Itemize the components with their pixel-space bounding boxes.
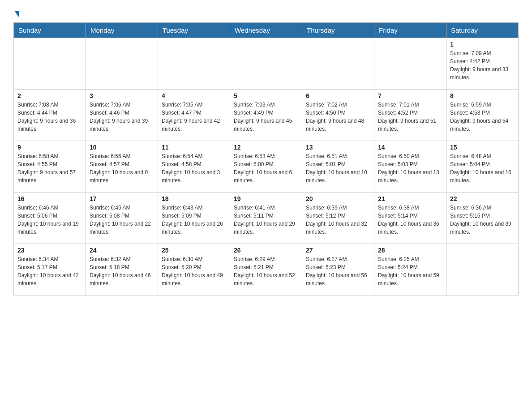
calendar-cell: 17Sunrise: 6:45 AM Sunset: 5:08 PM Dayli… — [86, 193, 158, 244]
calendar-cell: 11Sunrise: 6:54 AM Sunset: 4:58 PM Dayli… — [158, 141, 230, 193]
day-number: 21 — [378, 195, 442, 202]
day-info: Sunrise: 6:32 AM Sunset: 5:18 PM Dayligh… — [90, 255, 154, 287]
calendar-cell: 26Sunrise: 6:29 AM Sunset: 5:21 PM Dayli… — [230, 244, 302, 295]
day-number: 11 — [162, 144, 226, 151]
logo — [13, 9, 19, 15]
day-number: 27 — [306, 247, 370, 254]
calendar-cell: 14Sunrise: 6:50 AM Sunset: 5:03 PM Dayli… — [374, 141, 446, 193]
calendar-cell: 3Sunrise: 7:06 AM Sunset: 4:46 PM Daylig… — [86, 90, 158, 141]
day-info: Sunrise: 7:01 AM Sunset: 4:52 PM Dayligh… — [378, 101, 442, 133]
calendar-cell: 15Sunrise: 6:48 AM Sunset: 5:04 PM Dayli… — [446, 141, 519, 193]
day-of-week-header: Tuesday — [158, 23, 230, 38]
calendar-cell: 21Sunrise: 6:38 AM Sunset: 5:14 PM Dayli… — [374, 193, 446, 244]
calendar-cell: 10Sunrise: 6:56 AM Sunset: 4:57 PM Dayli… — [86, 141, 158, 193]
calendar-cell — [158, 38, 230, 90]
day-number: 12 — [234, 144, 298, 151]
page-header — [13, 9, 519, 15]
day-info: Sunrise: 6:58 AM Sunset: 4:55 PM Dayligh… — [17, 152, 82, 184]
logo-arrow-icon — [14, 11, 19, 17]
day-info: Sunrise: 7:08 AM Sunset: 4:44 PM Dayligh… — [17, 101, 82, 133]
calendar-cell: 23Sunrise: 6:34 AM Sunset: 5:17 PM Dayli… — [14, 244, 86, 295]
day-info: Sunrise: 6:34 AM Sunset: 5:17 PM Dayligh… — [17, 255, 82, 287]
calendar-cell: 19Sunrise: 6:41 AM Sunset: 5:11 PM Dayli… — [230, 193, 302, 244]
day-info: Sunrise: 7:09 AM Sunset: 4:42 PM Dayligh… — [450, 49, 515, 81]
day-number: 14 — [378, 144, 442, 151]
day-info: Sunrise: 7:06 AM Sunset: 4:46 PM Dayligh… — [90, 101, 154, 133]
calendar-cell — [86, 38, 158, 90]
calendar-cell: 13Sunrise: 6:51 AM Sunset: 5:01 PM Dayli… — [302, 141, 374, 193]
calendar-table: SundayMondayTuesdayWednesdayThursdayFrid… — [13, 22, 519, 295]
calendar-week-row: 9Sunrise: 6:58 AM Sunset: 4:55 PM Daylig… — [14, 141, 519, 193]
day-of-week-header: Sunday — [14, 23, 86, 38]
day-number: 17 — [90, 195, 154, 202]
day-number: 20 — [306, 195, 370, 202]
day-number: 2 — [17, 92, 82, 99]
calendar-cell — [302, 38, 374, 90]
day-number: 15 — [450, 144, 515, 151]
calendar-week-row: 23Sunrise: 6:34 AM Sunset: 5:17 PM Dayli… — [14, 244, 519, 295]
day-number: 6 — [306, 92, 370, 99]
day-info: Sunrise: 6:39 AM Sunset: 5:12 PM Dayligh… — [306, 204, 370, 236]
calendar-cell: 27Sunrise: 6:27 AM Sunset: 5:23 PM Dayli… — [302, 244, 374, 295]
day-number: 25 — [162, 247, 226, 254]
calendar-cell: 12Sunrise: 6:53 AM Sunset: 5:00 PM Dayli… — [230, 141, 302, 193]
day-of-week-header: Monday — [86, 23, 158, 38]
day-number: 18 — [162, 195, 226, 202]
day-info: Sunrise: 7:03 AM Sunset: 4:49 PM Dayligh… — [234, 101, 298, 133]
day-info: Sunrise: 6:43 AM Sunset: 5:09 PM Dayligh… — [162, 204, 226, 236]
calendar-cell — [446, 244, 519, 295]
day-info: Sunrise: 6:25 AM Sunset: 5:24 PM Dayligh… — [378, 255, 442, 287]
day-info: Sunrise: 6:36 AM Sunset: 5:15 PM Dayligh… — [450, 204, 515, 236]
calendar-cell: 18Sunrise: 6:43 AM Sunset: 5:09 PM Dayli… — [158, 193, 230, 244]
day-info: Sunrise: 7:05 AM Sunset: 4:47 PM Dayligh… — [162, 101, 226, 133]
day-info: Sunrise: 6:45 AM Sunset: 5:08 PM Dayligh… — [90, 204, 154, 236]
day-number: 24 — [90, 247, 154, 254]
day-number: 5 — [234, 92, 298, 99]
day-info: Sunrise: 6:30 AM Sunset: 5:20 PM Dayligh… — [162, 255, 226, 287]
day-info: Sunrise: 6:46 AM Sunset: 5:06 PM Dayligh… — [17, 204, 82, 236]
calendar-cell: 20Sunrise: 6:39 AM Sunset: 5:12 PM Dayli… — [302, 193, 374, 244]
day-info: Sunrise: 6:56 AM Sunset: 4:57 PM Dayligh… — [90, 152, 154, 184]
calendar-cell: 25Sunrise: 6:30 AM Sunset: 5:20 PM Dayli… — [158, 244, 230, 295]
calendar-cell: 5Sunrise: 7:03 AM Sunset: 4:49 PM Daylig… — [230, 90, 302, 141]
calendar-week-row: 1Sunrise: 7:09 AM Sunset: 4:42 PM Daylig… — [14, 38, 519, 90]
day-info: Sunrise: 6:54 AM Sunset: 4:58 PM Dayligh… — [162, 152, 226, 184]
calendar-cell: 7Sunrise: 7:01 AM Sunset: 4:52 PM Daylig… — [374, 90, 446, 141]
day-info: Sunrise: 6:51 AM Sunset: 5:01 PM Dayligh… — [306, 152, 370, 184]
calendar-cell: 16Sunrise: 6:46 AM Sunset: 5:06 PM Dayli… — [14, 193, 86, 244]
day-number: 7 — [378, 92, 442, 99]
day-number: 4 — [162, 92, 226, 99]
calendar-week-row: 2Sunrise: 7:08 AM Sunset: 4:44 PM Daylig… — [14, 90, 519, 141]
calendar-week-row: 16Sunrise: 6:46 AM Sunset: 5:06 PM Dayli… — [14, 193, 519, 244]
day-info: Sunrise: 6:27 AM Sunset: 5:23 PM Dayligh… — [306, 255, 370, 287]
day-of-week-header: Thursday — [302, 23, 374, 38]
day-info: Sunrise: 6:38 AM Sunset: 5:14 PM Dayligh… — [378, 204, 442, 236]
day-number: 19 — [234, 195, 298, 202]
calendar-cell: 2Sunrise: 7:08 AM Sunset: 4:44 PM Daylig… — [14, 90, 86, 141]
day-number: 22 — [450, 195, 515, 202]
calendar-cell: 1Sunrise: 7:09 AM Sunset: 4:42 PM Daylig… — [446, 38, 519, 90]
day-info: Sunrise: 7:02 AM Sunset: 4:50 PM Dayligh… — [306, 101, 370, 133]
calendar-cell: 24Sunrise: 6:32 AM Sunset: 5:18 PM Dayli… — [86, 244, 158, 295]
day-info: Sunrise: 6:50 AM Sunset: 5:03 PM Dayligh… — [378, 152, 442, 184]
calendar-cell: 28Sunrise: 6:25 AM Sunset: 5:24 PM Dayli… — [374, 244, 446, 295]
day-number: 13 — [306, 144, 370, 151]
day-number: 8 — [450, 92, 515, 99]
day-of-week-header: Saturday — [446, 23, 519, 38]
day-number: 23 — [17, 247, 82, 254]
day-of-week-header: Friday — [374, 23, 446, 38]
day-info: Sunrise: 6:29 AM Sunset: 5:21 PM Dayligh… — [234, 255, 298, 287]
calendar-cell: 6Sunrise: 7:02 AM Sunset: 4:50 PM Daylig… — [302, 90, 374, 141]
calendar-cell — [230, 38, 302, 90]
day-number: 26 — [234, 247, 298, 254]
day-number: 28 — [378, 247, 442, 254]
calendar-cell: 9Sunrise: 6:58 AM Sunset: 4:55 PM Daylig… — [14, 141, 86, 193]
calendar-header-row: SundayMondayTuesdayWednesdayThursdayFrid… — [14, 23, 519, 38]
calendar-cell: 4Sunrise: 7:05 AM Sunset: 4:47 PM Daylig… — [158, 90, 230, 141]
day-number: 1 — [450, 41, 515, 48]
calendar-cell: 22Sunrise: 6:36 AM Sunset: 5:15 PM Dayli… — [446, 193, 519, 244]
day-number: 9 — [17, 144, 82, 151]
day-info: Sunrise: 6:41 AM Sunset: 5:11 PM Dayligh… — [234, 204, 298, 236]
day-info: Sunrise: 6:48 AM Sunset: 5:04 PM Dayligh… — [450, 152, 515, 184]
calendar-cell: 8Sunrise: 6:59 AM Sunset: 4:53 PM Daylig… — [446, 90, 519, 141]
